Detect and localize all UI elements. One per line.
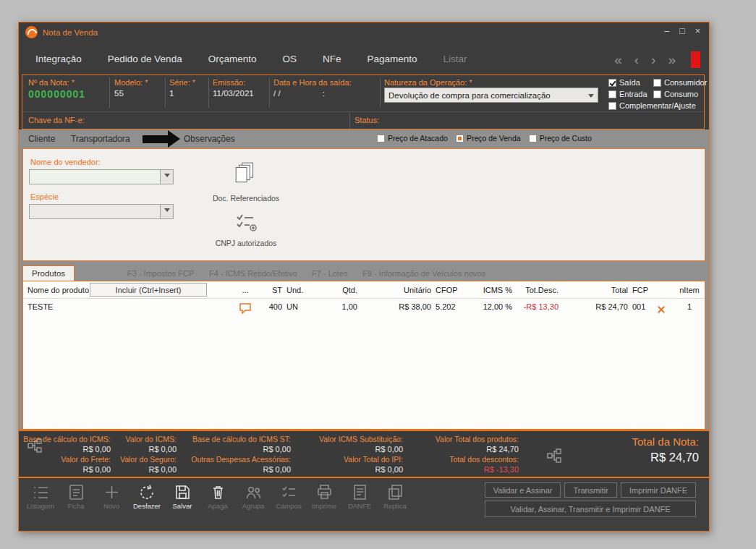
natureza-operacao-select[interactable]: Devolução de compra para comercialização [384,88,598,103]
previous-record-icon[interactable]: ‹ [634,52,639,68]
content-area: Cliente Transportadora Observações Preço… [19,129,709,430]
option-preco-atacado[interactable]: Preço de Atacado [377,134,448,142]
tab-f3-impostos-fcp[interactable]: F3 - Impostos FCP [127,269,194,278]
record-indicator [691,51,700,68]
checkbox-consumo-box[interactable] [653,90,661,98]
toolbar-salvar[interactable]: Salvar [168,483,197,510]
checkbox-entrada[interactable]: Entrada [608,90,647,98]
delete-row-icon[interactable] [657,305,665,313]
nav-pagamento[interactable]: Pagamento [367,54,417,64]
cell-qtd: 1,00 [313,302,357,311]
vendedor-label: Nome do vendedor: [30,158,101,166]
checkbox-consumidor-box[interactable] [653,79,661,87]
next-record-icon[interactable]: › [651,52,655,68]
validar-assinar-transmitir-imprimir-button[interactable]: Validar, Assinar, Transmitir e Imprimir … [485,501,696,517]
toolbar-imprime[interactable]: Imprime [310,483,339,510]
main-nav: Integração Pedido de Venda Orçamento OS … [19,43,709,75]
col-unitario: Unitário [365,286,431,294]
vendedor-input[interactable] [29,169,161,184]
imprimir-danfe-button[interactable]: Imprimir DANFE [621,482,696,498]
tab-f4-icms-retido[interactable]: F4 - ICMS Retido/Efetivo [209,269,297,278]
modelo-value: 55 [114,89,148,98]
preco-custo-radio[interactable] [529,135,537,142]
especie-select[interactable] [29,204,174,219]
col-fcp: FCP [632,286,648,294]
preco-venda-radio[interactable] [456,135,464,142]
validar-assinar-button[interactable]: Validar e Assinar [485,482,561,498]
cell-unitario: R$ 38,00 [365,302,431,311]
printer-icon [315,483,334,501]
first-record-icon[interactable]: « [614,52,622,68]
nav-pedido-de-venda[interactable]: Pedido de Venda [108,54,182,64]
col-nitem: nItem [674,286,705,294]
numero-nota-label: Nº da Nota: * [28,78,85,87]
transmitir-button[interactable]: Transmitir [564,482,616,498]
incluir-button[interactable]: Incluir (Ctrl+Insert) [90,283,207,297]
doc-referenciados-button[interactable]: Doc. Referenciados [203,162,289,203]
cnpj-autorizados-button[interactable]: CNPJ autorizados [203,213,289,247]
tab-produtos[interactable]: Produtos [22,265,75,281]
natureza-operacao-value: Devolução de compra para comercialização [388,91,551,100]
field-data-saida: Data e Hora da saída: / / : [273,78,352,98]
nav-listar[interactable]: Listar [443,54,467,64]
col-icms: ICMS % [466,286,512,294]
cell-und: UN [286,302,298,311]
preco-atacado-radio[interactable] [377,135,385,142]
hierarchy-icon-right[interactable] [547,448,561,463]
desktop-background: Nota de Venda – □ × Integração Pedido de… [0,0,756,549]
checkbox-consumo[interactable]: Consumo [653,90,698,98]
checkbox-saida[interactable]: Saída [608,78,640,87]
toolbar-danfe[interactable]: DANFE [345,483,374,510]
products-table: Nome do produto Incluir (Ctrl+Insert) ..… [22,281,705,430]
toolbar-listagem[interactable]: Listagem [26,483,55,510]
toolbar-apaga[interactable]: Apaga [203,483,232,510]
stacked-documents-icon [233,162,259,185]
vendedor-dropdown-icon[interactable] [161,169,174,184]
modelo-label: Modelo: * [114,78,148,87]
save-icon [174,483,192,501]
toolbar-novo[interactable]: Novo [97,483,126,510]
checkbox-entrada-box[interactable] [608,90,616,98]
tab-cliente[interactable]: Cliente [28,134,55,144]
nav-nfe[interactable]: NFe [323,54,341,64]
nav-os[interactable]: OS [282,54,297,64]
tab-transportadora[interactable]: Transportadora [71,134,130,144]
tab-observacoes[interactable]: Observações [184,134,235,144]
tab-f7-lotes[interactable]: F7 - Lotes [312,269,348,278]
option-preco-custo[interactable]: Preço de Custo [529,134,592,142]
cnpj-autorizados-label: CNPJ autorizados [203,239,289,247]
checkbox-consumidor[interactable]: Consumidor [653,78,707,87]
tab-f9-veiculos-novos[interactable]: F9 - Informação de Veículos novos [362,269,485,278]
document-icon [67,483,85,501]
comment-bubble-icon[interactable] [239,302,252,314]
minimize-button[interactable]: – [664,26,669,36]
toolbar-campos[interactable]: Campos [274,483,303,510]
data-saida-date[interactable]: / / [273,89,281,98]
totals-bar: Base de cálculo do ICMS: R$ 0,00 Valor d… [19,430,709,478]
nav-orcamento[interactable]: Orçamento [208,54,257,64]
toolbar-agrupa[interactable]: Agrupa [239,483,268,510]
serie-label: Série: * [169,78,195,87]
data-saida-time[interactable]: : [323,89,325,98]
vendedor-select[interactable] [29,169,174,184]
maximize-button[interactable]: □ [679,26,685,36]
especie-input[interactable] [29,204,161,219]
close-button[interactable]: × [695,26,700,36]
last-record-icon[interactable]: » [668,52,676,68]
toolbar-ficha[interactable]: Ficha [61,483,90,510]
option-preco-venda[interactable]: Preço de Venda [456,134,521,142]
undo-icon [138,483,156,501]
nav-integracao[interactable]: Integração [35,54,82,64]
toolbar-replica[interactable]: Replica [381,483,409,510]
checkbox-complementar-ajuste[interactable]: Complementar/Ajuste [608,101,696,110]
col-totdesc: Tot.Desc. [517,286,558,294]
observacoes-panel: Nome do vendedor: Espécie Doc. [22,148,705,261]
checkbox-saida-box[interactable] [608,79,616,87]
especie-dropdown-icon[interactable] [161,204,174,219]
doc-referenciados-label: Doc. Referenciados [203,194,289,203]
cell-nome: TESTE [27,302,53,311]
checkbox-complementar-box[interactable] [608,102,616,110]
products-table-header: Nome do produto Incluir (Ctrl+Insert) ..… [23,281,705,299]
cell-nitem: 1 [674,302,705,311]
toolbar-desfazer[interactable]: Desfazer [132,483,161,510]
